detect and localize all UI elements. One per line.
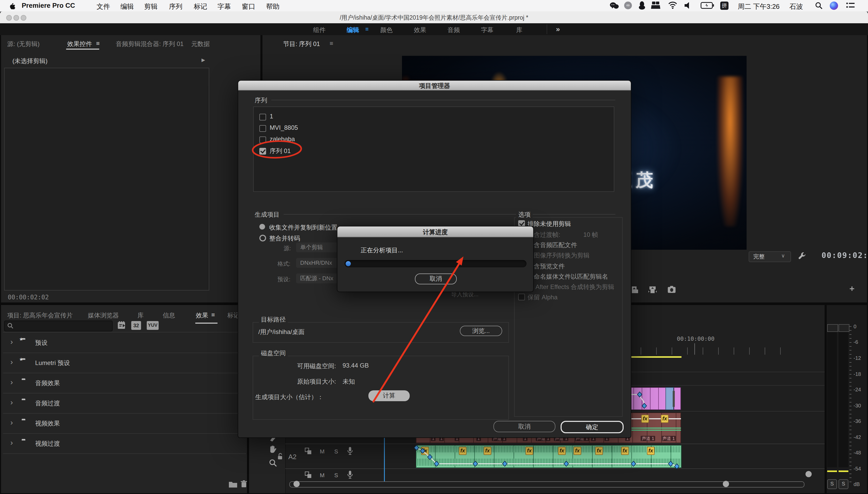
menu-file[interactable]: 文件: [97, 2, 110, 12]
menu-help[interactable]: 帮助: [266, 2, 279, 12]
tab-effect-controls[interactable]: 效果控件: [67, 40, 92, 49]
sequence-checkbox-mvi8805[interactable]: [259, 125, 266, 132]
scrollbar-left-handle[interactable]: [294, 481, 300, 487]
tab-effects[interactable]: 效果: [196, 311, 208, 320]
tab-audio-clip-mixer[interactable]: 音频剪辑混合器: 序列 01: [116, 40, 184, 49]
workspace-tab-editing-menu-icon[interactable]: ≡: [365, 26, 369, 32]
menubar-user[interactable]: 石波: [789, 2, 803, 12]
badge-yuv[interactable]: YUV: [147, 321, 159, 330]
source-select[interactable]: 单个剪辑: [296, 243, 340, 252]
browse-button[interactable]: 浏览...: [460, 326, 502, 336]
workspace-tab-assembly[interactable]: 组件: [313, 26, 326, 35]
transcode-radio[interactable]: [259, 235, 266, 242]
progress-cancel-button[interactable]: 取消: [415, 273, 457, 284]
menu-sequence[interactable]: 序列: [169, 2, 182, 12]
sequence-name[interactable]: 序列 01: [270, 147, 291, 156]
expander-icon[interactable]: ▶: [201, 57, 205, 62]
workspace-overflow-chevron[interactable]: »: [556, 25, 560, 33]
workspace-tab-editing[interactable]: 编辑: [347, 26, 359, 35]
apple-icon[interactable]: [8, 2, 16, 10]
effects-panel-menu-icon[interactable]: ≡: [211, 311, 215, 319]
sequence-checkbox-zalebaba[interactable]: [259, 136, 266, 143]
folder-label[interactable]: 视频过渡: [35, 439, 60, 448]
chevron-right-icon[interactable]: ›: [10, 337, 13, 346]
preserve-alpha-checkbox[interactable]: [518, 294, 525, 300]
source-timecode[interactable]: 00:00:02:02: [8, 294, 49, 301]
window-title-bar[interactable]: /用户/ishiha/桌面/学术中国2019年会照片素材/思高乐年会宣传片.pr…: [0, 12, 868, 24]
folder-label[interactable]: 音频过渡: [35, 399, 60, 408]
chevron-right-icon[interactable]: ›: [10, 377, 13, 386]
volume-icon[interactable]: [685, 2, 692, 9]
dest-path-value[interactable]: /用户/ishiha/桌面: [258, 328, 304, 337]
progress-title-bar[interactable]: 计算进度: [337, 226, 533, 237]
workspace-tab-captions[interactable]: 字幕: [481, 26, 493, 35]
delete-trash-icon[interactable]: [241, 480, 247, 488]
notification-center-icon[interactable]: [846, 3, 854, 9]
vertical-scroll-handle[interactable]: [806, 471, 812, 477]
folder-row-video-effects[interactable]: › 视频效果: [3, 413, 246, 434]
tab-program[interactable]: 节目: 序列 01: [283, 40, 320, 49]
tab-info[interactable]: 信息: [163, 311, 175, 320]
lift-icon[interactable]: [631, 286, 638, 294]
app-menu-name[interactable]: Premiere Pro CC: [22, 2, 75, 9]
option-label[interactable]: 包含音频匹配文件: [528, 241, 577, 250]
tab-project[interactable]: 项目: 思高乐年会宣传片: [7, 311, 73, 320]
folder-label[interactable]: 预设: [35, 339, 47, 347]
option-label[interactable]: 排除未使用剪辑: [528, 220, 571, 229]
extract-icon[interactable]: [648, 286, 657, 294]
effect-controls-panel-menu-icon[interactable]: ≡: [96, 40, 100, 47]
sequence-name[interactable]: zalebaba: [270, 135, 295, 143]
chevron-right-icon[interactable]: ›: [10, 438, 13, 447]
creative-cloud-icon[interactable]: ∞: [624, 2, 632, 9]
folder-row-audio-effects[interactable]: › 音频效果: [3, 373, 246, 394]
folder-label[interactable]: Lumetri 预设: [35, 359, 70, 367]
workspace-tab-audio[interactable]: 音频: [448, 26, 460, 35]
effects-search-input[interactable]: [4, 321, 113, 331]
collect-files-label[interactable]: 收集文件并复制到新位置: [269, 223, 337, 232]
sequence-checkbox-seq01[interactable]: [259, 148, 266, 155]
workspace-tab-effects[interactable]: 效果: [414, 26, 426, 35]
wechat-icon[interactable]: [610, 2, 619, 9]
workspace-tab-color[interactable]: 颜色: [380, 26, 393, 35]
tab-media-browser[interactable]: 媒体浏览器: [88, 311, 119, 320]
program-zoom-select[interactable]: 完整 ∨: [749, 251, 791, 262]
badge-32bit[interactable]: 32: [131, 321, 141, 330]
dialog-title-bar[interactable]: 项目管理器: [238, 81, 631, 91]
folder-label[interactable]: 音频效果: [35, 379, 60, 388]
collect-files-radio[interactable]: [259, 224, 265, 230]
sequence-checkbox-1[interactable]: [259, 114, 266, 120]
sequence-name[interactable]: MVI_8805: [270, 124, 298, 131]
menu-captions[interactable]: 字幕: [218, 2, 231, 12]
folder-row-audio-transitions[interactable]: › 音频过渡: [3, 393, 246, 414]
folder-label[interactable]: 视频效果: [35, 419, 60, 428]
program-timecode[interactable]: 00:09:02:17: [822, 251, 868, 260]
sequence-listbox[interactable]: 1 MVI_8805 zalebaba 序列 01: [253, 107, 614, 192]
chevron-right-icon[interactable]: ›: [10, 357, 13, 366]
input-method-badge[interactable]: 拼: [720, 2, 729, 10]
accelerated-effects-badge-icon[interactable]: [117, 321, 126, 330]
tab-metadata[interactable]: 元数据: [191, 40, 210, 49]
option-label[interactable]: 重命名媒体文件以匹配剪辑名: [528, 272, 608, 281]
add-button-icon[interactable]: +: [849, 284, 854, 294]
wifi-icon[interactable]: [668, 2, 677, 9]
battery-icon[interactable]: [701, 2, 714, 9]
dialog-ok-button[interactable]: 确定: [560, 421, 624, 433]
stack-icon[interactable]: [651, 2, 660, 9]
new-bin-icon[interactable]: [229, 481, 237, 488]
qq-penguin-icon[interactable]: [638, 1, 645, 10]
menu-edit[interactable]: 编辑: [120, 2, 134, 12]
menu-window[interactable]: 窗口: [242, 2, 255, 12]
siri-icon[interactable]: [830, 2, 838, 10]
chevron-right-icon[interactable]: ›: [10, 398, 13, 406]
chevron-right-icon[interactable]: ›: [10, 418, 13, 426]
spotlight-search-icon[interactable]: [815, 2, 823, 9]
folder-row-video-transitions[interactable]: › 视频过渡: [3, 433, 246, 454]
workspace-tab-libraries[interactable]: 库: [516, 26, 522, 35]
program-panel-menu-icon[interactable]: ≡: [330, 40, 333, 47]
tab-libraries[interactable]: 库: [137, 311, 144, 320]
calculate-button[interactable]: 计算: [368, 390, 410, 401]
settings-wrench-icon[interactable]: [798, 251, 807, 261]
meter-solo-left[interactable]: S: [827, 479, 837, 489]
folder-row-lumetri[interactable]: › ★ Lumetri 预设: [3, 353, 246, 373]
menubar-clock[interactable]: 周二 下午3:26: [738, 2, 780, 12]
